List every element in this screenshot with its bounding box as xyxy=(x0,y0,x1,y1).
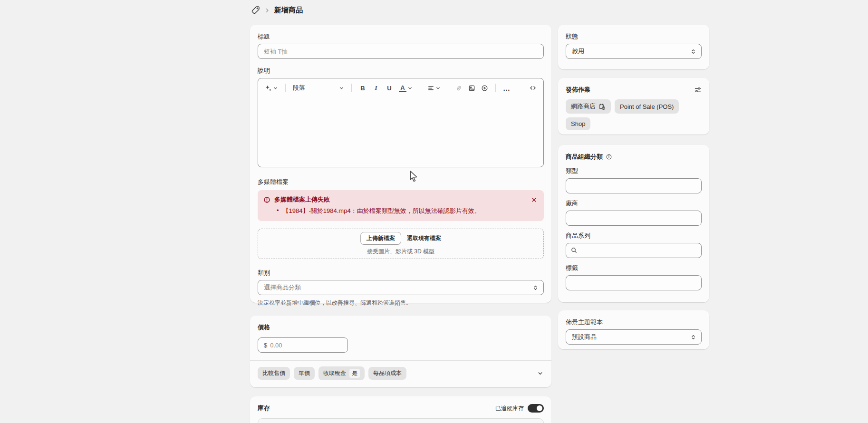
chevron-down-icon xyxy=(339,86,344,91)
publishing-title: 發佈作業 xyxy=(566,86,590,94)
tags-label: 標籤 xyxy=(566,264,702,272)
charge-tax-label: 收取稅金 xyxy=(323,369,346,377)
toolbar-separator xyxy=(420,84,420,92)
breadcrumb: 新增商品 xyxy=(251,6,303,15)
code-icon xyxy=(529,84,537,92)
media-dropzone[interactable]: 上傳新檔案 選取現有檔案 接受圖片、影片或 3D 模型 xyxy=(258,229,544,259)
pricing-card: 價格 $ 比較售價 單價 收取稅金 是 每品項成本 xyxy=(250,316,551,387)
channel-label: 網路商店 xyxy=(571,102,596,111)
select-updown-icon xyxy=(690,48,696,55)
text-color-icon: A xyxy=(399,85,406,92)
category-select[interactable]: 選擇商品分類 xyxy=(258,280,544,295)
price-input[interactable] xyxy=(270,342,342,349)
type-label: 類型 xyxy=(566,167,702,175)
category-help-text: 決定稅率並新增中繼欄位，以改善搜尋、篩選和跨管道銷售。 xyxy=(258,299,544,307)
status-label: 狀態 xyxy=(566,32,702,41)
cost-per-item-badge[interactable]: 每品項成本 xyxy=(368,367,406,380)
inventory-title: 庫存 xyxy=(258,404,270,413)
type-input[interactable] xyxy=(566,178,702,193)
toolbar-separator xyxy=(495,84,496,92)
error-detail: 【1984】-關於1984.mp4：由於檔案類型無效，所以無法確認影片有效。 xyxy=(283,207,481,215)
channel-online-store-badge[interactable]: 網路商店 xyxy=(566,99,611,114)
chevron-right-icon xyxy=(264,8,270,13)
collections-label: 商品系列 xyxy=(566,231,702,240)
bold-icon: B xyxy=(359,85,366,92)
text-color-button[interactable]: A xyxy=(397,83,415,93)
theme-template-select[interactable]: 預設商品 xyxy=(566,329,702,345)
ai-sparkle-button[interactable] xyxy=(263,83,280,93)
bold-button[interactable]: B xyxy=(357,83,368,93)
channel-label: Point of Sale (POS) xyxy=(620,103,674,110)
close-icon[interactable] xyxy=(530,196,538,204)
charge-tax-value: 是 xyxy=(349,369,360,378)
compare-at-price-badge[interactable]: 比較售價 xyxy=(258,367,290,380)
link-icon xyxy=(455,85,463,92)
page-title: 新增商品 xyxy=(274,6,303,15)
media-upload-error-banner: 多媒體檔案上傳失敗 • 【1984】-關於1984.mp4：由於檔案類型無效，所… xyxy=(258,190,544,221)
theme-template-value: 預設商品 xyxy=(572,333,597,341)
expand-pricing-icon[interactable] xyxy=(537,370,544,377)
link-button[interactable] xyxy=(453,83,464,93)
status-select[interactable]: 啟用 xyxy=(566,44,702,59)
insert-video-button[interactable] xyxy=(479,83,490,93)
alignment-button[interactable] xyxy=(425,83,443,93)
inventory-tracked-toggle[interactable] xyxy=(528,404,544,413)
toolbar-separator xyxy=(448,84,448,92)
pricing-badges-row: 比較售價 單價 收取稅金 是 每品項成本 xyxy=(250,361,551,386)
collections-input[interactable] xyxy=(566,243,702,258)
italic-icon: I xyxy=(372,84,380,92)
channel-label: Shop xyxy=(571,120,585,127)
toggle-knob xyxy=(537,405,542,411)
category-select-value: 選擇商品分類 xyxy=(264,283,301,292)
charge-tax-badge[interactable]: 收取稅金 是 xyxy=(318,366,365,380)
sparkle-icon xyxy=(265,85,272,92)
underline-button[interactable]: U xyxy=(384,83,395,93)
upload-new-file-button[interactable]: 上傳新檔案 xyxy=(360,232,401,245)
chevron-down-icon xyxy=(407,86,413,91)
chevron-down-icon xyxy=(435,86,441,91)
toolbar-separator xyxy=(351,84,352,92)
title-input[interactable] xyxy=(258,44,544,59)
currency-prefix: $ xyxy=(264,342,267,349)
channel-shop-badge[interactable]: Shop xyxy=(566,117,590,130)
price-field[interactable]: $ xyxy=(258,337,348,353)
product-info-card: 標題 說明 段落 B I U A xyxy=(250,25,551,303)
align-left-icon xyxy=(427,85,434,92)
insert-image-button[interactable] xyxy=(466,83,477,93)
organization-title: 商品組織分類 xyxy=(566,153,603,161)
alert-circle-icon xyxy=(263,196,270,203)
underline-icon: U xyxy=(386,85,393,92)
inventory-card: 庫存 已追蹤庫存 xyxy=(250,396,551,423)
product-organization-card: 商品組織分類 類型 廠商 商品系列 標籤 xyxy=(558,145,709,302)
error-title: 多媒體檔案上傳失敗 xyxy=(274,195,526,204)
tags-input[interactable] xyxy=(566,275,702,290)
description-label: 說明 xyxy=(258,67,544,75)
select-updown-icon xyxy=(532,285,539,291)
tag-icon[interactable] xyxy=(251,6,260,15)
vendor-input[interactable] xyxy=(566,211,702,226)
description-textarea[interactable] xyxy=(258,97,543,167)
play-circle-icon xyxy=(481,85,488,92)
vendor-label: 廠商 xyxy=(566,199,702,208)
italic-button[interactable]: I xyxy=(370,83,382,93)
more-options-button[interactable]: … xyxy=(501,84,512,92)
select-updown-icon xyxy=(690,334,696,340)
category-label: 類別 xyxy=(258,269,544,277)
inventory-tracked-label: 已追蹤庫存 xyxy=(495,404,524,413)
publishing-card: 發佈作業 網路商店 Point of Sale (POS) Shop xyxy=(558,78,709,135)
status-select-value: 啟用 xyxy=(572,47,584,56)
upload-hint: 接受圖片、影片或 3D 模型 xyxy=(367,248,434,256)
editor-toolbar: 段落 B I U A xyxy=(258,78,543,97)
sliders-icon[interactable] xyxy=(694,86,702,94)
inventory-table-header xyxy=(258,418,544,423)
search-icon xyxy=(570,247,578,254)
info-icon[interactable] xyxy=(606,154,612,160)
unit-price-badge[interactable]: 單價 xyxy=(294,367,315,380)
theme-template-label: 佈景主題範本 xyxy=(566,318,702,327)
select-existing-file-button[interactable]: 選取現有檔案 xyxy=(407,234,441,242)
toolbar-separator xyxy=(285,84,286,92)
show-html-button[interactable] xyxy=(527,83,539,93)
paragraph-style-dropdown[interactable]: 段落 xyxy=(291,82,346,94)
rich-text-editor: 段落 B I U A xyxy=(258,78,544,167)
channel-pos-badge[interactable]: Point of Sale (POS) xyxy=(615,99,679,114)
